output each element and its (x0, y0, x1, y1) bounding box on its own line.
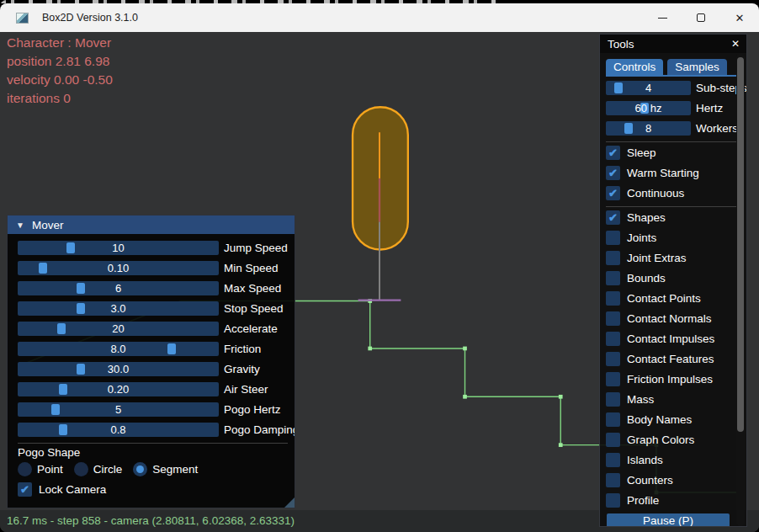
checkbox-continuous[interactable]: ✔ (606, 186, 620, 200)
tools-tabs: ControlsSamples (606, 53, 738, 77)
check-row-mass: Mass (606, 392, 740, 407)
slider-track[interactable]: 8.0 (18, 342, 219, 356)
check-row-warm-starting: ✔Warm Starting (606, 166, 740, 180)
tools-panel-header[interactable]: Tools ✕ (600, 35, 746, 53)
checkbox-body-names[interactable] (606, 412, 620, 427)
checkbox-label: Graph Colors (627, 434, 694, 446)
slider-value: 3.0 (18, 301, 219, 316)
slider-value: 8 (606, 121, 691, 136)
slider-stop-speed: 3.0Stop Speed (18, 301, 288, 316)
slider-value: 30.0 (18, 362, 219, 376)
checkbox-contact-normals[interactable] (606, 311, 620, 326)
radio-label: Circle (93, 463, 123, 476)
checkbox-contact-impulses[interactable] (606, 332, 620, 346)
slider-air-steer: 0.20Air Steer (18, 382, 288, 396)
scrollbar-thumb[interactable] (737, 57, 744, 432)
checkbox-warm-starting[interactable]: ✔ (606, 166, 620, 180)
slider-label: Pogo Hertz (224, 403, 281, 416)
minimize-button[interactable] (643, 3, 682, 32)
mover-panel-header[interactable]: ▼ Mover (8, 215, 295, 234)
slider-track[interactable]: 8 (606, 121, 691, 136)
checkbox-label: Contact Normals (627, 312, 712, 325)
checkbox-friction-impulses[interactable] (606, 372, 620, 386)
resize-grip[interactable] (284, 497, 295, 508)
slider-value: 8.0 (18, 342, 219, 356)
check-row-friction-impulses: Friction Impulses (606, 372, 740, 386)
tools-panel: Tools ✕ ControlsSamples 4Sub-steps60 hzH… (599, 34, 747, 527)
slider-min-speed: 0.10Min Speed (18, 261, 288, 275)
overlay-line-character: Character : Mover (7, 34, 113, 52)
tools-scrollbar[interactable] (736, 53, 745, 526)
maximize-button[interactable] (682, 3, 720, 32)
mover-panel-body: 10Jump Speed0.10Min Speed6Max Speed3.0St… (8, 234, 295, 508)
slider-track[interactable]: 3.0 (18, 301, 219, 316)
checkbox-contact-points[interactable] (606, 291, 620, 306)
slider-friction: 8.0Friction (18, 342, 288, 356)
close-button[interactable]: ✕ (720, 3, 759, 32)
slider-value: 0.10 (18, 261, 219, 275)
checkbox-joints[interactable] (606, 231, 620, 245)
radio-circle[interactable] (74, 462, 88, 476)
checkbox-profile[interactable] (606, 493, 620, 508)
slider-label: Hertz (696, 102, 723, 114)
checkbox-bounds[interactable] (606, 271, 620, 285)
slider-track[interactable]: 20 (18, 322, 219, 336)
checkbox-graph-colors[interactable] (606, 433, 620, 447)
slider-value: 4 (606, 81, 691, 95)
overlay-line-velocity: velocity 0.00 -0.50 (7, 71, 113, 89)
slider-sub-steps: 4Sub-steps (606, 81, 740, 95)
check-row-shapes: ✔Shapes (606, 210, 740, 225)
checkbox-sleep[interactable]: ✔ (606, 146, 620, 160)
radio-segment[interactable] (133, 462, 147, 476)
checkbox-shapes[interactable]: ✔ (606, 210, 620, 225)
checkbox-label: Continuous (627, 187, 684, 200)
checkbox-contact-features[interactable] (606, 352, 620, 366)
slider-track[interactable]: 0.8 (18, 423, 219, 437)
slider-track[interactable]: 4 (606, 81, 691, 95)
app-icon (16, 13, 29, 24)
slider-accelerate: 20Accelerate (18, 322, 288, 336)
slider-hertz: 60 hzHertz (606, 101, 740, 115)
tools-close-icon[interactable]: ✕ (731, 39, 740, 49)
tools-panel-body: ControlsSamples 4Sub-steps60 hzHertz8Wor… (600, 53, 746, 527)
slider-track[interactable]: 0.20 (18, 382, 219, 396)
check-row-profile: Profile (606, 493, 740, 508)
check-row-bounds: Bounds (606, 271, 740, 285)
slider-jump-speed: 10Jump Speed (18, 241, 288, 255)
tab-controls[interactable]: Controls (606, 59, 663, 75)
checkbox-label: Contact Impulses (627, 332, 714, 345)
tab-samples[interactable]: Samples (667, 59, 727, 75)
slider-label: Friction (224, 343, 261, 355)
pause-button[interactable]: Pause (P) (607, 513, 730, 527)
titlebar[interactable]: Box2D Version 3.1.0 ✕ (0, 3, 759, 32)
checkbox-counters[interactable] (606, 473, 620, 487)
slider-track[interactable]: 10 (18, 241, 219, 255)
checkbox-islands[interactable] (606, 453, 620, 467)
maximize-icon (697, 13, 705, 22)
slider-track[interactable]: 5 (18, 402, 219, 417)
radio-item-point: Point (18, 462, 63, 476)
mover-panel-title: Mover (32, 219, 64, 231)
tools-checkbox-group-1: ✔Sleep✔Warm Starting✔Continuous (606, 146, 740, 200)
slider-value: 6 (18, 281, 219, 295)
checkbox-lock-camera[interactable]: ✔ (18, 482, 32, 497)
slider-label: Air Steer (224, 383, 268, 396)
mover-sliders: 10Jump Speed0.10Min Speed6Max Speed3.0St… (18, 241, 288, 437)
check-row-joints: Joints (606, 231, 740, 245)
radio-point[interactable] (18, 462, 32, 476)
checkbox-joint-extras[interactable] (606, 251, 620, 265)
slider-value: 0.8 (18, 423, 219, 437)
slider-track[interactable]: 0.10 (18, 261, 219, 275)
app-window: Box2D Version 3.1.0 ✕ (0, 0, 759, 532)
checkbox-mass[interactable] (606, 392, 620, 407)
window-controls: ✕ (643, 3, 759, 32)
collapse-arrow-icon[interactable]: ▼ (16, 221, 24, 230)
slider-label: Gravity (224, 363, 260, 375)
slider-track[interactable]: 30.0 (18, 362, 219, 376)
slider-label: Jump Speed (224, 242, 288, 254)
slider-track[interactable]: 6 (18, 281, 219, 295)
check-row-contact-points: Contact Points (606, 291, 740, 306)
slider-track[interactable]: 60 hz (606, 101, 691, 115)
debug-overlay: Character : Mover position 2.81 6.98 vel… (7, 34, 113, 108)
checkbox-label: Body Names (627, 413, 692, 426)
